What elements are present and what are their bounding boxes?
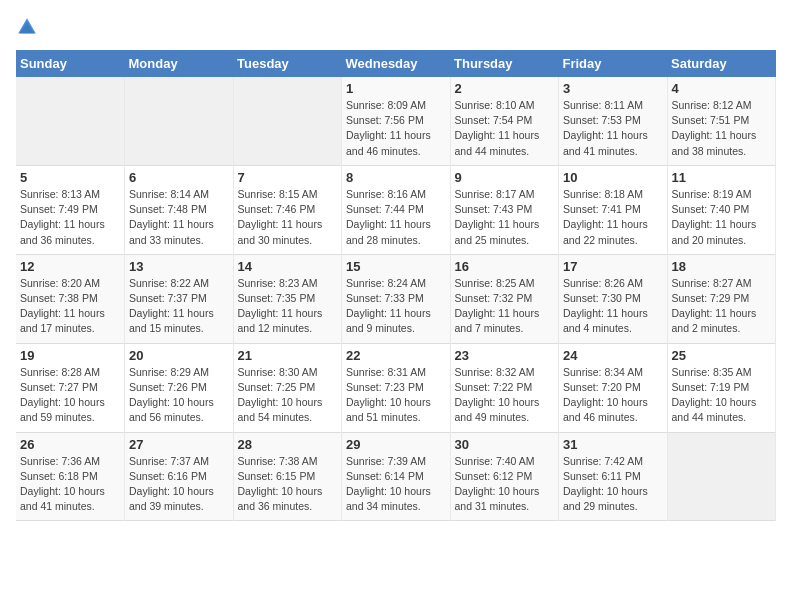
- day-cell: 5Sunrise: 8:13 AM Sunset: 7:49 PM Daylig…: [16, 165, 125, 254]
- day-cell: 13Sunrise: 8:22 AM Sunset: 7:37 PM Dayli…: [125, 254, 234, 343]
- day-number: 25: [672, 348, 772, 363]
- day-info: Sunrise: 7:40 AM Sunset: 6:12 PM Dayligh…: [455, 454, 555, 515]
- day-info: Sunrise: 8:24 AM Sunset: 7:33 PM Dayligh…: [346, 276, 446, 337]
- logo-icon: [16, 16, 38, 38]
- day-info: Sunrise: 7:38 AM Sunset: 6:15 PM Dayligh…: [238, 454, 338, 515]
- day-number: 5: [20, 170, 120, 185]
- page-header: [16, 16, 776, 38]
- week-row-1: 1Sunrise: 8:09 AM Sunset: 7:56 PM Daylig…: [16, 77, 776, 165]
- day-info: Sunrise: 8:10 AM Sunset: 7:54 PM Dayligh…: [455, 98, 555, 159]
- day-info: Sunrise: 8:18 AM Sunset: 7:41 PM Dayligh…: [563, 187, 663, 248]
- day-number: 14: [238, 259, 338, 274]
- week-row-5: 26Sunrise: 7:36 AM Sunset: 6:18 PM Dayli…: [16, 432, 776, 521]
- weekday-header-monday: Monday: [125, 50, 234, 77]
- day-cell: 11Sunrise: 8:19 AM Sunset: 7:40 PM Dayli…: [667, 165, 776, 254]
- calendar-table: SundayMondayTuesdayWednesdayThursdayFrid…: [16, 50, 776, 521]
- day-cell: 31Sunrise: 7:42 AM Sunset: 6:11 PM Dayli…: [559, 432, 668, 521]
- day-number: 13: [129, 259, 229, 274]
- day-number: 7: [238, 170, 338, 185]
- day-info: Sunrise: 8:30 AM Sunset: 7:25 PM Dayligh…: [238, 365, 338, 426]
- day-cell: 9Sunrise: 8:17 AM Sunset: 7:43 PM Daylig…: [450, 165, 559, 254]
- day-info: Sunrise: 7:37 AM Sunset: 6:16 PM Dayligh…: [129, 454, 229, 515]
- day-cell: 1Sunrise: 8:09 AM Sunset: 7:56 PM Daylig…: [342, 77, 451, 165]
- day-info: Sunrise: 8:17 AM Sunset: 7:43 PM Dayligh…: [455, 187, 555, 248]
- day-number: 19: [20, 348, 120, 363]
- day-info: Sunrise: 8:29 AM Sunset: 7:26 PM Dayligh…: [129, 365, 229, 426]
- day-info: Sunrise: 8:11 AM Sunset: 7:53 PM Dayligh…: [563, 98, 663, 159]
- day-cell: 10Sunrise: 8:18 AM Sunset: 7:41 PM Dayli…: [559, 165, 668, 254]
- week-row-3: 12Sunrise: 8:20 AM Sunset: 7:38 PM Dayli…: [16, 254, 776, 343]
- logo: [16, 16, 42, 38]
- weekday-header-sunday: Sunday: [16, 50, 125, 77]
- day-info: Sunrise: 8:16 AM Sunset: 7:44 PM Dayligh…: [346, 187, 446, 248]
- day-cell: 22Sunrise: 8:31 AM Sunset: 7:23 PM Dayli…: [342, 343, 451, 432]
- day-number: 28: [238, 437, 338, 452]
- day-info: Sunrise: 8:27 AM Sunset: 7:29 PM Dayligh…: [672, 276, 772, 337]
- weekday-header-row: SundayMondayTuesdayWednesdayThursdayFrid…: [16, 50, 776, 77]
- day-info: Sunrise: 7:39 AM Sunset: 6:14 PM Dayligh…: [346, 454, 446, 515]
- day-info: Sunrise: 8:13 AM Sunset: 7:49 PM Dayligh…: [20, 187, 120, 248]
- day-cell: 19Sunrise: 8:28 AM Sunset: 7:27 PM Dayli…: [16, 343, 125, 432]
- day-info: Sunrise: 8:09 AM Sunset: 7:56 PM Dayligh…: [346, 98, 446, 159]
- weekday-header-wednesday: Wednesday: [342, 50, 451, 77]
- day-cell: 29Sunrise: 7:39 AM Sunset: 6:14 PM Dayli…: [342, 432, 451, 521]
- day-info: Sunrise: 8:14 AM Sunset: 7:48 PM Dayligh…: [129, 187, 229, 248]
- day-info: Sunrise: 8:28 AM Sunset: 7:27 PM Dayligh…: [20, 365, 120, 426]
- day-number: 15: [346, 259, 446, 274]
- day-number: 21: [238, 348, 338, 363]
- day-number: 24: [563, 348, 663, 363]
- day-info: Sunrise: 8:31 AM Sunset: 7:23 PM Dayligh…: [346, 365, 446, 426]
- day-cell: [125, 77, 234, 165]
- day-cell: 28Sunrise: 7:38 AM Sunset: 6:15 PM Dayli…: [233, 432, 342, 521]
- day-cell: 27Sunrise: 7:37 AM Sunset: 6:16 PM Dayli…: [125, 432, 234, 521]
- day-info: Sunrise: 8:34 AM Sunset: 7:20 PM Dayligh…: [563, 365, 663, 426]
- day-number: 11: [672, 170, 772, 185]
- day-cell: 3Sunrise: 8:11 AM Sunset: 7:53 PM Daylig…: [559, 77, 668, 165]
- day-cell: 12Sunrise: 8:20 AM Sunset: 7:38 PM Dayli…: [16, 254, 125, 343]
- weekday-header-thursday: Thursday: [450, 50, 559, 77]
- day-cell: [16, 77, 125, 165]
- day-number: 31: [563, 437, 663, 452]
- day-cell: 8Sunrise: 8:16 AM Sunset: 7:44 PM Daylig…: [342, 165, 451, 254]
- day-cell: 23Sunrise: 8:32 AM Sunset: 7:22 PM Dayli…: [450, 343, 559, 432]
- day-cell: 26Sunrise: 7:36 AM Sunset: 6:18 PM Dayli…: [16, 432, 125, 521]
- day-cell: 7Sunrise: 8:15 AM Sunset: 7:46 PM Daylig…: [233, 165, 342, 254]
- day-number: 4: [672, 81, 772, 96]
- day-info: Sunrise: 8:32 AM Sunset: 7:22 PM Dayligh…: [455, 365, 555, 426]
- day-number: 30: [455, 437, 555, 452]
- day-cell: 30Sunrise: 7:40 AM Sunset: 6:12 PM Dayli…: [450, 432, 559, 521]
- day-number: 6: [129, 170, 229, 185]
- day-number: 3: [563, 81, 663, 96]
- day-info: Sunrise: 8:23 AM Sunset: 7:35 PM Dayligh…: [238, 276, 338, 337]
- day-info: Sunrise: 8:22 AM Sunset: 7:37 PM Dayligh…: [129, 276, 229, 337]
- day-info: Sunrise: 8:20 AM Sunset: 7:38 PM Dayligh…: [20, 276, 120, 337]
- day-cell: 17Sunrise: 8:26 AM Sunset: 7:30 PM Dayli…: [559, 254, 668, 343]
- day-info: Sunrise: 8:35 AM Sunset: 7:19 PM Dayligh…: [672, 365, 772, 426]
- day-number: 16: [455, 259, 555, 274]
- day-info: Sunrise: 8:15 AM Sunset: 7:46 PM Dayligh…: [238, 187, 338, 248]
- day-info: Sunrise: 8:19 AM Sunset: 7:40 PM Dayligh…: [672, 187, 772, 248]
- day-cell: 6Sunrise: 8:14 AM Sunset: 7:48 PM Daylig…: [125, 165, 234, 254]
- day-number: 2: [455, 81, 555, 96]
- day-cell: 21Sunrise: 8:30 AM Sunset: 7:25 PM Dayli…: [233, 343, 342, 432]
- day-cell: 14Sunrise: 8:23 AM Sunset: 7:35 PM Dayli…: [233, 254, 342, 343]
- day-number: 8: [346, 170, 446, 185]
- day-cell: 20Sunrise: 8:29 AM Sunset: 7:26 PM Dayli…: [125, 343, 234, 432]
- day-number: 12: [20, 259, 120, 274]
- weekday-header-friday: Friday: [559, 50, 668, 77]
- day-number: 29: [346, 437, 446, 452]
- day-number: 20: [129, 348, 229, 363]
- day-number: 1: [346, 81, 446, 96]
- weekday-header-saturday: Saturday: [667, 50, 776, 77]
- day-info: Sunrise: 8:12 AM Sunset: 7:51 PM Dayligh…: [672, 98, 772, 159]
- day-info: Sunrise: 7:36 AM Sunset: 6:18 PM Dayligh…: [20, 454, 120, 515]
- day-number: 10: [563, 170, 663, 185]
- week-row-4: 19Sunrise: 8:28 AM Sunset: 7:27 PM Dayli…: [16, 343, 776, 432]
- day-cell: 2Sunrise: 8:10 AM Sunset: 7:54 PM Daylig…: [450, 77, 559, 165]
- day-number: 27: [129, 437, 229, 452]
- day-number: 17: [563, 259, 663, 274]
- day-info: Sunrise: 8:26 AM Sunset: 7:30 PM Dayligh…: [563, 276, 663, 337]
- day-cell: [233, 77, 342, 165]
- week-row-2: 5Sunrise: 8:13 AM Sunset: 7:49 PM Daylig…: [16, 165, 776, 254]
- day-number: 26: [20, 437, 120, 452]
